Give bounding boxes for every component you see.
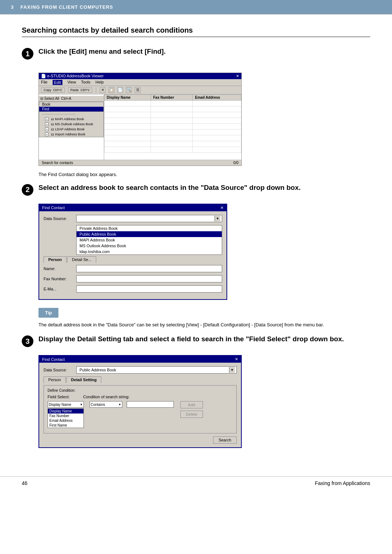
option-mapi[interactable]: MAPI Address Book [77,237,222,243]
data-source-dropdown-2[interactable]: ▼ [76,215,222,222]
tree-expand-mapi: + [45,117,49,121]
tree-expand-outlook: + [45,122,49,126]
menu-item-find[interactable]: Find [39,107,103,111]
option-public[interactable]: Public Address Book [77,231,222,237]
table-row [105,118,241,124]
menu-view[interactable]: View [68,80,76,85]
tip-text: The default address book in the "Data So… [38,321,370,329]
outlook-label: 🗂 MS Outlook Address Book [51,122,93,126]
step-1-screenshot: 📄 e-STUDIO AddressBook Viewer ✕ File Edi… [38,73,242,166]
find-contact-body-2: Data Source: ▼ Private Address Book Publ… [39,211,226,299]
tab-detail-2[interactable]: Detail Se... [67,256,96,263]
paste-icon[interactable]: 📄 [117,87,123,93]
delete-button[interactable]: Delete [180,411,203,418]
toolbar-1: Copy Ctrl+C Paste Ctrl+V ✕ 📋 📄 🔍 ☰ [39,86,241,94]
menu-item-book[interactable]: Book [39,102,103,107]
table-row [105,106,241,112]
field-list-box: Display Name Fax Number Email Address Fi… [48,408,84,428]
tip-box: Tip [38,308,58,318]
option-private[interactable]: Private Address Book [77,225,222,231]
status-right: 0/0 [233,161,238,165]
menu-item-outlook[interactable]: + 🗂 MS Outlook Address Book [39,122,103,127]
data-source-label-2: Data Source: [44,216,76,221]
field-item-fax-number[interactable]: Fax Number [48,414,83,418]
select-all-header[interactable]: ⊟ Select All Ctrl+A [39,96,104,102]
option-outlook[interactable]: MS Outlook Address Book [77,243,222,249]
tree-expand-ldap: + [45,127,49,131]
data-source-dropdown-3[interactable]: Public Address Book ▼ [76,366,237,374]
find-contact-close-3[interactable]: ✕ [235,357,238,362]
find-contact-title-3: Find Contact [42,357,65,362]
find-contact-close-2[interactable]: ✕ [220,205,224,210]
menu-help[interactable]: Help [95,80,104,85]
table-row [105,130,241,135]
step-2-title: Select an address book to search contact… [38,183,301,192]
win-title-1: 📄 e-STUDIO AddressBook Viewer [41,74,104,78]
define-condition-box: Define Condition: Field Select: Conditio… [44,385,237,433]
table-row [105,124,241,130]
tab-person-3[interactable]: Person [44,376,66,383]
dropdown-arrow-2[interactable]: ▼ [215,216,220,221]
delete-icon[interactable]: ✕ [100,87,106,93]
search-icon[interactable]: 🔍 [126,87,132,93]
win-titlebar-1: 📄 e-STUDIO AddressBook Viewer ✕ [39,73,241,79]
tab-detail-setting-3[interactable]: Detail Setting [66,376,101,383]
tab-person-2[interactable]: Person [44,256,66,263]
add-button[interactable]: Add [180,401,203,408]
field-select-dropdown[interactable]: Display Name ▼ [48,401,84,408]
condition-arrow[interactable]: ▼ [118,403,121,406]
table-row [105,135,241,141]
field-item-display-name[interactable]: Display Name [48,409,83,414]
menu-item-mapi[interactable]: + 🗂 MAPI Address Book [39,117,103,122]
search-string-input[interactable] [127,401,174,408]
footer-page-num: 46 [22,480,28,486]
win-close-1[interactable]: ✕ [236,74,239,78]
step-1-title: Click the [Edit] menu and select [Find]. [38,47,166,56]
table-row [105,101,241,106]
abv-right-table: Display Name Fax Number Email Address [104,94,241,160]
table-row [105,141,241,147]
menu-item-ldap[interactable]: + 🗂 LDAP Address Book [39,127,103,132]
search-button-3[interactable]: Search [213,436,237,444]
name-input-2[interactable] [76,265,222,272]
col-display-name: Display Name [105,95,151,101]
condition-dropdown[interactable]: Contains ▼ [90,401,122,408]
name-label-2: Name: [44,266,76,271]
list-icon[interactable]: ☰ [135,87,140,93]
toolbar-copy[interactable]: Copy Ctrl+C [41,87,65,93]
status-left: Search for contacts [42,161,73,165]
step-1-number: 1 [22,48,33,60]
menu-edit[interactable]: Edit [53,80,62,85]
find-contact-body-3: Data Source: Public Address Book ▼ Perso… [39,363,241,447]
step-2-dialog: Find Contact ✕ Data Source: ▼ Private Ad… [38,204,227,300]
field-select-arrow[interactable]: ▼ [80,403,83,406]
field-item-email-address[interactable]: Email Address [48,418,83,423]
col-fax-number: Fax Number [151,95,192,101]
buttons-col: Add Delete [180,401,203,418]
ldap-label: 🗂 LDAP Address Book [51,127,85,131]
data-source-row-2: Data Source: ▼ [44,215,222,222]
chapter-number: 3 [11,4,14,10]
menu-tools[interactable]: Tools [81,80,90,85]
email-input-2[interactable] [76,285,222,293]
menu-item-sep: ───────────── [39,111,103,117]
abv-content-1: ⊟ Select All Ctrl+A Book Find ──────────… [39,94,241,160]
menu-file[interactable]: File [41,80,48,85]
field-item-first-name[interactable]: First Name [48,423,83,428]
data-source-value-3: Public Address Book [78,368,229,372]
data-source-label-3: Data Source: [44,368,76,372]
menu-item-import[interactable]: + 🗂 Import Address Book [39,132,103,137]
step-1-block: 1 Click the [Edit] menu and select [Find… [22,47,370,60]
toolbar-sep-1 [96,87,96,93]
toolbar-paste[interactable]: Paste Ctrl+V [68,87,92,93]
dropdown-arrow-3[interactable]: ▼ [229,367,235,373]
copy-icon[interactable]: 📋 [109,87,114,93]
step-3-title: Display the Detail Setting tab and selec… [38,335,344,344]
data-source-list-2: Private Address Book Public Address Book… [76,225,222,255]
fax-input-2[interactable] [76,275,222,282]
option-ldap[interactable]: ldap.toshiba.com [77,249,222,254]
header-title: FAXING FROM CLIENT COMPUTERS [20,4,113,10]
condition-label: Condition of search string: [83,395,130,399]
step-3-dialog: Find Contact ✕ Data Source: Public Addre… [38,355,242,448]
main-content: Searching contacts by detailed search co… [0,15,392,465]
